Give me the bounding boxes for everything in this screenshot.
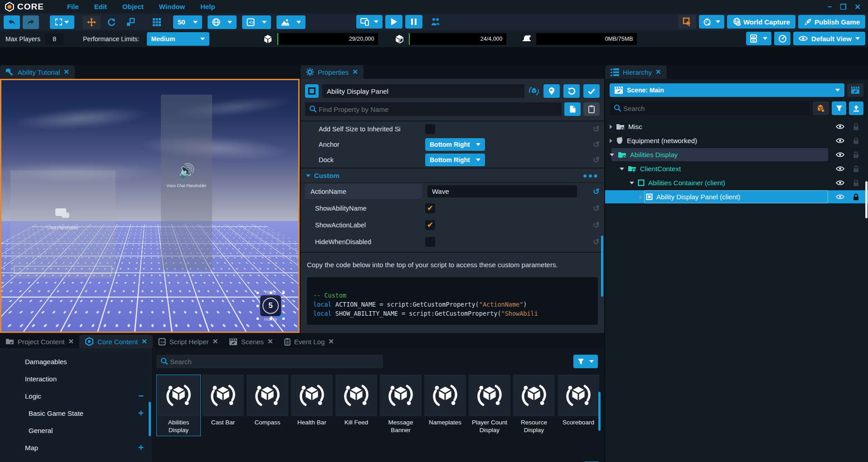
object-name-input[interactable] — [322, 84, 524, 98]
category-item[interactable]: Damageables — [0, 353, 152, 370]
lock-icon[interactable] — [853, 179, 859, 187]
world-capture-button[interactable]: World Capture — [727, 15, 795, 29]
paste-properties-button[interactable] — [583, 102, 600, 116]
category-item[interactable]: General — [0, 422, 152, 439]
max-players-input[interactable] — [45, 33, 64, 45]
expand-icon[interactable]: + — [138, 408, 144, 419]
pause-button[interactable] — [405, 15, 422, 29]
reset-property-icon[interactable]: ↻ — [593, 220, 600, 230]
content-item[interactable]: Nameplates — [423, 375, 467, 436]
hierarchy-filter-button[interactable] — [832, 101, 846, 115]
lock-icon[interactable] — [853, 137, 859, 144]
hierarchy-search-input[interactable] — [610, 101, 810, 115]
default-view-dropdown[interactable]: Default View — [793, 32, 865, 45]
menu-object[interactable]: Object — [122, 3, 144, 10]
reset-property-icon[interactable]: ↻ — [593, 124, 600, 134]
scene-manager-button[interactable] — [847, 83, 863, 97]
tab-close-icon[interactable]: ✕ — [328, 337, 334, 346]
checkbox[interactable]: ✔ — [425, 220, 435, 230]
move-tool-button[interactable] — [82, 15, 101, 29]
content-item[interactable]: Cast Bar — [201, 375, 245, 436]
section-menu-icon[interactable]: ●●● — [583, 172, 599, 180]
category-item[interactable]: Logic− — [0, 387, 152, 404]
checkbox[interactable] — [425, 124, 435, 134]
publish-game-button[interactable]: Publish Game — [798, 15, 865, 29]
ability-display-widget[interactable]: Ability 5 Hotkey — [257, 290, 285, 322]
minimize-icon[interactable]: – — [828, 3, 832, 11]
custom-section-header[interactable]: Custom ●●● — [301, 168, 604, 183]
menu-edit[interactable]: Edit — [94, 3, 107, 10]
tab-close-icon[interactable]: ✕ — [68, 337, 74, 346]
collapse-icon[interactable]: − — [138, 391, 144, 401]
tab-close-icon[interactable]: ✕ — [63, 68, 69, 76]
preview-device-dropdown[interactable] — [356, 15, 383, 29]
undo-button[interactable] — [4, 15, 20, 29]
content-item[interactable]: Abilities Display — [156, 375, 201, 436]
content-item[interactable]: Kill Feed — [334, 375, 378, 436]
properties-scrollbar[interactable] — [601, 236, 603, 297]
category-scrollbar[interactable] — [149, 402, 151, 436]
eye-icon[interactable] — [836, 194, 844, 200]
eye-icon[interactable] — [836, 138, 844, 144]
performance-limits-dropdown[interactable]: Medium — [147, 32, 209, 46]
category-item[interactable]: Map+ — [0, 439, 152, 456]
scene-dropdown[interactable]: Scene: Main — [610, 83, 844, 97]
reset-property-icon[interactable]: ↻ — [593, 187, 600, 197]
tab-script-helper[interactable]: <>Script Helper✕ — [153, 335, 223, 348]
tree-caret-icon[interactable] — [610, 139, 612, 143]
content-item[interactable]: Player Count Display — [467, 375, 512, 436]
menu-file[interactable]: File — [67, 3, 79, 10]
tab-properties[interactable]: Properties ✕ — [301, 65, 364, 79]
tree-caret-icon[interactable] — [630, 182, 634, 184]
eye-icon[interactable] — [836, 124, 844, 130]
multiplayer-preview-button[interactable] — [427, 15, 444, 29]
export-button[interactable] — [849, 101, 863, 115]
content-search-input[interactable] — [156, 355, 383, 368]
grid-size-dropdown[interactable]: 50 — [173, 15, 202, 29]
performance-gauge-button[interactable] — [774, 32, 790, 45]
content-filter-dropdown[interactable] — [573, 355, 598, 368]
content-grid-scrollbar[interactable] — [598, 392, 601, 431]
lock-icon[interactable] — [853, 165, 859, 173]
custom-params-code-block[interactable]: -- Customlocal ACTION_NAME = script:GetC… — [307, 277, 598, 325]
grid-snap-button[interactable] — [149, 15, 165, 29]
eye-icon[interactable] — [836, 166, 844, 172]
selection-mode-dropdown[interactable] — [50, 15, 74, 29]
apply-button[interactable] — [583, 84, 600, 98]
tree-caret-icon[interactable] — [620, 168, 624, 170]
tab-core-content[interactable]: Core Content✕ — [79, 335, 153, 348]
tab-scenes[interactable]: Scenes✕ — [223, 335, 279, 348]
tree-caret-icon[interactable] — [610, 154, 614, 156]
expand-icon[interactable]: + — [138, 443, 144, 453]
category-item[interactable]: Interaction — [0, 370, 152, 387]
content-item[interactable]: Compass — [245, 375, 290, 436]
tab-close-icon[interactable]: ✕ — [141, 337, 147, 346]
tab-close-icon[interactable]: ✕ — [212, 337, 218, 346]
world-settings-dropdown[interactable] — [208, 15, 237, 29]
hierarchy-scrollbar[interactable] — [865, 181, 868, 218]
hierarchy-node[interactable]: Abilities Display — [605, 148, 868, 162]
redo-button[interactable] — [23, 15, 39, 29]
custom-text-input[interactable] — [427, 185, 577, 197]
hierarchy-node[interactable]: Abilities Container (client) — [605, 176, 868, 190]
menu-help[interactable]: Help — [200, 3, 215, 10]
rotate-tool-button[interactable] — [103, 15, 120, 29]
tree-caret-icon[interactable] — [610, 125, 612, 129]
hierarchy-node[interactable]: Equipment (networked) — [605, 134, 868, 148]
checkbox[interactable] — [425, 237, 435, 247]
tab-close-icon[interactable]: ✕ — [352, 68, 358, 76]
cursor-select-button[interactable] — [678, 15, 696, 29]
script-dropdown[interactable]: <> — [242, 15, 271, 29]
scale-tool-button[interactable] — [122, 15, 139, 29]
hierarchy-node[interactable]: Misc — [605, 120, 868, 134]
content-item[interactable]: Scoreboard — [556, 375, 601, 436]
reset-property-icon[interactable]: ↻ — [593, 140, 600, 149]
tab-ability-tutorial[interactable]: Ability Tutorial ✕ — [0, 65, 75, 79]
tab-hierarchy[interactable]: Hierarchy ✕ — [605, 65, 667, 79]
dropdown[interactable]: Bottom Right — [425, 154, 485, 166]
eye-icon[interactable] — [836, 152, 844, 158]
find-in-hierarchy-button[interactable] — [543, 84, 560, 98]
view-layout-dropdown[interactable] — [746, 32, 771, 45]
menu-window[interactable]: Window — [159, 3, 185, 10]
terrain-dropdown[interactable] — [276, 15, 305, 29]
